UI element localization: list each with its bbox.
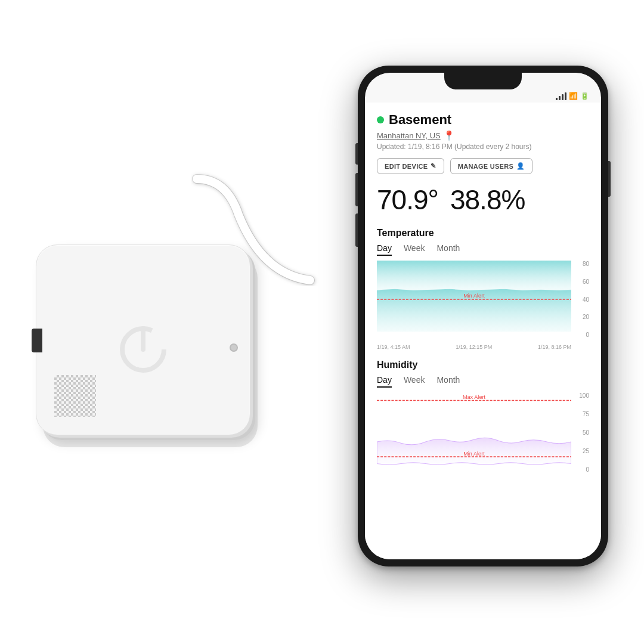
humidity-y-75: 75 [583, 411, 589, 417]
updated-text: Updated: 1/19, 8:16 PM (Updated every 2 … [377, 143, 589, 151]
temp-y-40: 40 [583, 296, 589, 303]
phone-volume-up-button [355, 173, 358, 206]
wifi-icon: 📶 [569, 92, 578, 100]
users-icon: 👤 [516, 162, 525, 170]
temperature-chart-area: 80 60 40 20 0 [377, 261, 589, 350]
location-row: Manhattan NY, US 📍 [377, 130, 589, 141]
humidity-reading: 38.8% [450, 184, 525, 216]
app-content: Basement Manhattan NY, US 📍 Updated: 1/1… [365, 103, 601, 559]
phone-notch [444, 73, 522, 89]
humidity-y-0: 0 [586, 466, 589, 473]
signal-icon [556, 92, 566, 100]
temp-y-20: 20 [583, 314, 589, 320]
phone-volume-down-button [355, 213, 358, 247]
edit-device-label: EDIT DEVICE [385, 163, 428, 170]
humidity-tab-day[interactable]: Day [377, 375, 392, 388]
hardware-qr-code [54, 375, 96, 417]
temperature-chart-tabs: Day Week Month [377, 243, 589, 256]
edit-icon: ✎ [431, 162, 436, 170]
phone-mute-button [355, 143, 358, 165]
temperature-chart-title: Temperature [377, 228, 589, 239]
phone-screen: 📶 🔋 Basement Manhattan NY, US 📍 Updated:… [365, 73, 601, 559]
usb-cable [191, 167, 346, 286]
temp-tab-week[interactable]: Week [404, 243, 425, 256]
temp-x-label-2: 1/19, 12:15 PM [456, 344, 492, 350]
device-name: Basement [389, 112, 451, 128]
temp-y-labels: 80 60 40 20 0 [572, 261, 589, 338]
humidity-tab-week[interactable]: Week [404, 375, 425, 388]
location-text[interactable]: Manhattan NY, US [377, 131, 441, 140]
temp-tab-month[interactable]: Month [436, 243, 460, 256]
temperature-chart-section: Temperature Day Week Month 80 60 40 20 [377, 228, 589, 350]
humidity-chart-section: Humidity Day Week Month 100 75 50 25 [377, 360, 589, 485]
humidity-y-50: 50 [583, 429, 589, 436]
hardware-logo-icon [113, 320, 173, 379]
battery-icon: 🔋 [580, 92, 589, 100]
hardware-port-usb [32, 329, 42, 352]
readings-row: 70.9° 38.8% [377, 184, 589, 216]
humidity-y-labels: 100 75 50 25 0 [572, 392, 589, 473]
location-pin-icon: 📍 [443, 130, 455, 141]
device-header: Basement [377, 112, 589, 128]
svg-text:Min Alert: Min Alert [463, 451, 485, 457]
temp-x-label-1: 1/19, 4:15 AM [377, 344, 410, 350]
humidity-chart-area: 100 75 50 25 0 [377, 392, 589, 485]
temperature-unit: ° [428, 184, 438, 215]
humidity-y-100: 100 [579, 392, 589, 399]
online-status-dot [377, 116, 384, 123]
temp-x-label-3: 1/19, 8:16 PM [538, 344, 571, 350]
temperature-value: 70.9 [377, 184, 428, 215]
svg-text:Min Alert: Min Alert [463, 292, 485, 298]
temperature-reading: 70.9° [377, 184, 438, 216]
manage-users-button[interactable]: MANAGE USERS 👤 [450, 158, 533, 174]
humidity-tab-month[interactable]: Month [436, 375, 460, 388]
phone-body: 📶 🔋 Basement Manhattan NY, US 📍 Updated:… [358, 66, 608, 566]
edit-device-button[interactable]: EDIT DEVICE ✎ [377, 158, 444, 174]
phone-power-button [608, 161, 611, 197]
temp-tab-day[interactable]: Day [377, 243, 392, 256]
manage-users-label: MANAGE USERS [458, 163, 513, 170]
temp-y-80: 80 [583, 261, 589, 267]
humidity-chart-title: Humidity [377, 360, 589, 370]
phone-mockup: 📶 🔋 Basement Manhattan NY, US 📍 Updated:… [358, 66, 608, 566]
hardware-port-audio [230, 343, 238, 352]
humidity-chart-tabs: Day Week Month [377, 375, 589, 388]
temperature-chart-svg: Min Alert [377, 261, 571, 338]
temp-y-60: 60 [583, 278, 589, 285]
status-bar: 📶 🔋 [556, 92, 589, 100]
svg-text:Max Alert: Max Alert [463, 394, 486, 400]
temp-y-0: 0 [586, 332, 589, 338]
humidity-chart-svg: Max Alert Min Alert [377, 392, 571, 473]
temp-x-labels: 1/19, 4:15 AM 1/19, 12:15 PM 1/19, 8:16 … [377, 344, 571, 350]
action-buttons: EDIT DEVICE ✎ MANAGE USERS 👤 [377, 158, 589, 174]
humidity-y-25: 25 [583, 448, 589, 454]
